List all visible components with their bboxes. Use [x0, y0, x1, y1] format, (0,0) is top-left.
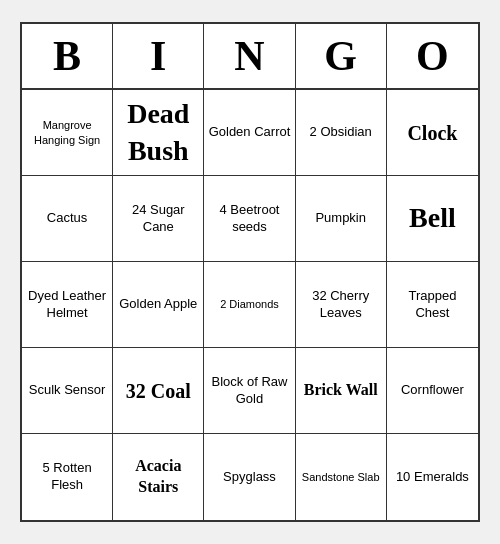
bingo-cell-7[interactable]: 4 Beetroot seeds: [204, 176, 295, 262]
bingo-cell-1[interactable]: Dead Bush: [113, 90, 204, 176]
bingo-cell-9[interactable]: Bell: [387, 176, 478, 262]
bingo-cell-11[interactable]: Golden Apple: [113, 262, 204, 348]
bingo-cell-19[interactable]: Cornflower: [387, 348, 478, 434]
bingo-cell-23[interactable]: Sandstone Slab: [296, 434, 387, 520]
cell-text-22: Spyglass: [223, 469, 276, 486]
cell-text-19: Cornflower: [401, 382, 464, 399]
cell-text-10: Dyed Leather Helmet: [26, 288, 108, 322]
cell-text-16: 32 Coal: [126, 378, 191, 404]
cell-text-2: Golden Carrot: [209, 124, 291, 141]
bingo-cell-4[interactable]: Clock: [387, 90, 478, 176]
cell-text-15: Sculk Sensor: [29, 382, 106, 399]
cell-text-6: 24 Sugar Cane: [117, 202, 199, 236]
bingo-cell-20[interactable]: 5 Rotten Flesh: [22, 434, 113, 520]
cell-text-14: Trapped Chest: [391, 288, 474, 322]
cell-text-21: Acacia Stairs: [117, 456, 199, 498]
cell-text-23: Sandstone Slab: [302, 470, 380, 484]
bingo-cell-17[interactable]: Block of Raw Gold: [204, 348, 295, 434]
cell-text-8: Pumpkin: [315, 210, 366, 227]
cell-text-7: 4 Beetroot seeds: [208, 202, 290, 236]
cell-text-3: 2 Obsidian: [310, 124, 372, 141]
cell-text-24: 10 Emeralds: [396, 469, 469, 486]
letter-b: B: [22, 24, 113, 88]
bingo-cell-0[interactable]: Mangrove Hanging Sign: [22, 90, 113, 176]
cell-text-17: Block of Raw Gold: [208, 374, 290, 408]
cell-text-0: Mangrove Hanging Sign: [26, 118, 108, 147]
cell-text-18: Brick Wall: [304, 380, 378, 401]
cell-text-13: 32 Cherry Leaves: [300, 288, 382, 322]
letter-n: N: [204, 24, 295, 88]
bingo-cell-10[interactable]: Dyed Leather Helmet: [22, 262, 113, 348]
bingo-cell-16[interactable]: 32 Coal: [113, 348, 204, 434]
cell-text-20: 5 Rotten Flesh: [26, 460, 108, 494]
bingo-cell-12[interactable]: 2 Diamonds: [204, 262, 295, 348]
cell-text-12: 2 Diamonds: [220, 297, 279, 311]
bingo-cell-22[interactable]: Spyglass: [204, 434, 295, 520]
bingo-cell-5[interactable]: Cactus: [22, 176, 113, 262]
bingo-cell-18[interactable]: Brick Wall: [296, 348, 387, 434]
bingo-cell-15[interactable]: Sculk Sensor: [22, 348, 113, 434]
bingo-cell-6[interactable]: 24 Sugar Cane: [113, 176, 204, 262]
letter-i: I: [113, 24, 204, 88]
letter-g: G: [296, 24, 387, 88]
bingo-header: B I N G O: [22, 24, 478, 90]
bingo-cell-21[interactable]: Acacia Stairs: [113, 434, 204, 520]
cell-text-5: Cactus: [47, 210, 87, 227]
cell-text-11: Golden Apple: [119, 296, 197, 313]
bingo-cell-8[interactable]: Pumpkin: [296, 176, 387, 262]
cell-text-4: Clock: [407, 120, 457, 146]
bingo-cell-14[interactable]: Trapped Chest: [387, 262, 478, 348]
bingo-card: B I N G O Mangrove Hanging SignDead Bush…: [20, 22, 480, 522]
bingo-cell-13[interactable]: 32 Cherry Leaves: [296, 262, 387, 348]
letter-o: O: [387, 24, 478, 88]
cell-text-1: Dead Bush: [117, 96, 199, 169]
bingo-grid: Mangrove Hanging SignDead BushGolden Car…: [22, 90, 478, 520]
bingo-cell-3[interactable]: 2 Obsidian: [296, 90, 387, 176]
cell-text-9: Bell: [409, 200, 456, 236]
bingo-cell-2[interactable]: Golden Carrot: [204, 90, 295, 176]
bingo-cell-24[interactable]: 10 Emeralds: [387, 434, 478, 520]
